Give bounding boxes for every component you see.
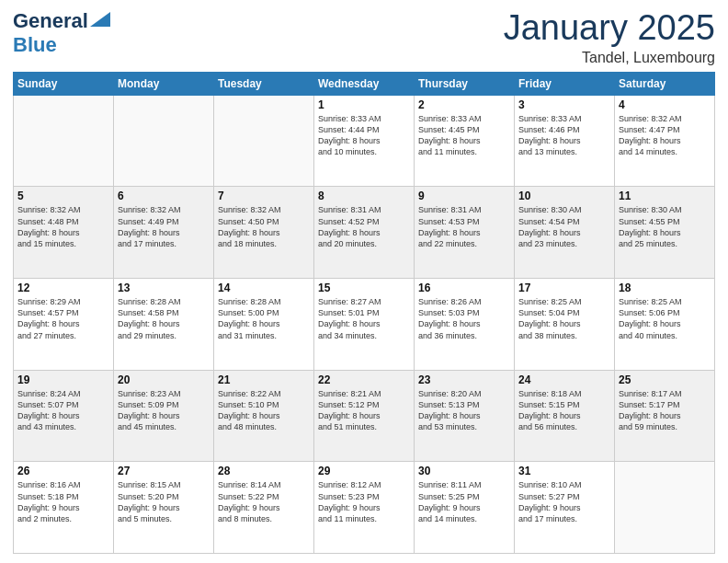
day-number: 30 xyxy=(418,465,510,477)
day-number: 23 xyxy=(418,373,510,386)
calendar-cell: 11Sunrise: 8:30 AM Sunset: 4:55 PM Dayli… xyxy=(615,187,715,279)
day-number: 27 xyxy=(118,465,210,477)
calendar-cell: 25Sunrise: 8:17 AM Sunset: 5:17 PM Dayli… xyxy=(615,370,715,462)
calendar-cell: 26Sunrise: 8:16 AM Sunset: 5:18 PM Dayli… xyxy=(14,462,114,554)
calendar-cell: 4Sunrise: 8:32 AM Sunset: 4:47 PM Daylig… xyxy=(615,95,715,187)
day-number: 24 xyxy=(518,373,610,386)
day-number: 7 xyxy=(218,190,310,202)
calendar-cell xyxy=(615,462,715,554)
header-monday: Monday xyxy=(114,72,214,95)
calendar-cell: 7Sunrise: 8:32 AM Sunset: 4:50 PM Daylig… xyxy=(214,187,314,279)
calendar-cell: 20Sunrise: 8:23 AM Sunset: 5:09 PM Dayli… xyxy=(114,370,214,462)
calendar-cell: 2Sunrise: 8:33 AM Sunset: 4:45 PM Daylig… xyxy=(415,95,515,187)
header-thursday: Thursday xyxy=(415,72,515,95)
calendar-cell: 28Sunrise: 8:14 AM Sunset: 5:22 PM Dayli… xyxy=(214,462,314,554)
day-info: Sunrise: 8:30 AM Sunset: 4:54 PM Dayligh… xyxy=(518,204,610,249)
day-info: Sunrise: 8:18 AM Sunset: 5:15 PM Dayligh… xyxy=(518,388,610,433)
calendar-cell: 9Sunrise: 8:31 AM Sunset: 4:53 PM Daylig… xyxy=(415,187,515,279)
svg-marker-0 xyxy=(90,12,110,27)
day-info: Sunrise: 8:21 AM Sunset: 5:12 PM Dayligh… xyxy=(318,388,410,433)
calendar-cell: 1Sunrise: 8:33 AM Sunset: 4:44 PM Daylig… xyxy=(314,95,415,187)
logo: General Blue xyxy=(13,9,110,57)
page: General Blue January 2025 Tandel, Luxemb… xyxy=(0,0,728,563)
day-number: 1 xyxy=(318,98,410,111)
day-number: 6 xyxy=(118,190,210,202)
day-info: Sunrise: 8:29 AM Sunset: 4:57 PM Dayligh… xyxy=(17,296,109,341)
day-number: 20 xyxy=(118,373,210,386)
calendar-cell: 18Sunrise: 8:25 AM Sunset: 5:06 PM Dayli… xyxy=(615,279,715,371)
header-friday: Friday xyxy=(515,72,615,95)
calendar-cell: 3Sunrise: 8:33 AM Sunset: 4:46 PM Daylig… xyxy=(515,95,615,187)
calendar-cell: 21Sunrise: 8:22 AM Sunset: 5:10 PM Dayli… xyxy=(214,370,314,462)
month-title: January 2025 xyxy=(504,9,715,48)
day-info: Sunrise: 8:27 AM Sunset: 5:01 PM Dayligh… xyxy=(318,296,410,341)
day-info: Sunrise: 8:22 AM Sunset: 5:10 PM Dayligh… xyxy=(218,388,310,433)
logo-icon xyxy=(90,12,110,27)
calendar-cell: 22Sunrise: 8:21 AM Sunset: 5:12 PM Dayli… xyxy=(314,370,415,462)
day-number: 18 xyxy=(619,282,711,294)
day-info: Sunrise: 8:23 AM Sunset: 5:09 PM Dayligh… xyxy=(118,388,210,433)
day-number: 17 xyxy=(518,282,610,294)
header: General Blue January 2025 Tandel, Luxemb… xyxy=(13,9,715,66)
calendar-cell: 12Sunrise: 8:29 AM Sunset: 4:57 PM Dayli… xyxy=(14,279,114,371)
calendar-table: Sunday Monday Tuesday Wednesday Thursday… xyxy=(13,72,715,554)
day-number: 5 xyxy=(17,190,109,202)
day-number: 29 xyxy=(318,465,410,477)
day-info: Sunrise: 8:16 AM Sunset: 5:18 PM Dayligh… xyxy=(17,479,109,524)
logo-blue: Blue xyxy=(13,33,57,56)
day-info: Sunrise: 8:28 AM Sunset: 4:58 PM Dayligh… xyxy=(118,296,210,341)
calendar-cell: 23Sunrise: 8:20 AM Sunset: 5:13 PM Dayli… xyxy=(415,370,515,462)
calendar-cell: 13Sunrise: 8:28 AM Sunset: 4:58 PM Dayli… xyxy=(114,279,214,371)
day-number: 9 xyxy=(418,190,510,202)
header-saturday: Saturday xyxy=(615,72,715,95)
day-info: Sunrise: 8:33 AM Sunset: 4:46 PM Dayligh… xyxy=(518,113,610,158)
calendar-cell: 16Sunrise: 8:26 AM Sunset: 5:03 PM Dayli… xyxy=(415,279,515,371)
day-info: Sunrise: 8:25 AM Sunset: 5:04 PM Dayligh… xyxy=(518,296,610,341)
calendar-cell xyxy=(214,95,314,187)
day-info: Sunrise: 8:33 AM Sunset: 4:44 PM Dayligh… xyxy=(318,113,410,158)
header-tuesday: Tuesday xyxy=(214,72,314,95)
day-info: Sunrise: 8:12 AM Sunset: 5:23 PM Dayligh… xyxy=(318,479,410,524)
day-info: Sunrise: 8:32 AM Sunset: 4:48 PM Dayligh… xyxy=(17,204,109,249)
day-info: Sunrise: 8:31 AM Sunset: 4:53 PM Dayligh… xyxy=(418,204,510,249)
day-info: Sunrise: 8:24 AM Sunset: 5:07 PM Dayligh… xyxy=(17,388,109,433)
day-info: Sunrise: 8:17 AM Sunset: 5:17 PM Dayligh… xyxy=(619,388,711,433)
calendar-week-row: 5Sunrise: 8:32 AM Sunset: 4:48 PM Daylig… xyxy=(14,187,715,279)
day-info: Sunrise: 8:30 AM Sunset: 4:55 PM Dayligh… xyxy=(619,204,711,249)
day-number: 11 xyxy=(619,190,711,202)
day-number: 22 xyxy=(318,373,410,386)
day-info: Sunrise: 8:26 AM Sunset: 5:03 PM Dayligh… xyxy=(418,296,510,341)
day-info: Sunrise: 8:32 AM Sunset: 4:47 PM Dayligh… xyxy=(619,113,711,158)
calendar-cell: 5Sunrise: 8:32 AM Sunset: 4:48 PM Daylig… xyxy=(14,187,114,279)
day-number: 12 xyxy=(17,282,109,294)
day-number: 4 xyxy=(619,98,711,111)
calendar-week-row: 1Sunrise: 8:33 AM Sunset: 4:44 PM Daylig… xyxy=(14,95,715,187)
location: Tandel, Luxembourg xyxy=(504,50,715,66)
day-info: Sunrise: 8:14 AM Sunset: 5:22 PM Dayligh… xyxy=(218,479,310,524)
day-info: Sunrise: 8:28 AM Sunset: 5:00 PM Dayligh… xyxy=(218,296,310,341)
calendar-week-row: 12Sunrise: 8:29 AM Sunset: 4:57 PM Dayli… xyxy=(14,279,715,371)
calendar-week-row: 26Sunrise: 8:16 AM Sunset: 5:18 PM Dayli… xyxy=(14,462,715,554)
calendar-cell: 24Sunrise: 8:18 AM Sunset: 5:15 PM Dayli… xyxy=(515,370,615,462)
day-info: Sunrise: 8:31 AM Sunset: 4:52 PM Dayligh… xyxy=(318,204,410,249)
calendar-cell: 31Sunrise: 8:10 AM Sunset: 5:27 PM Dayli… xyxy=(515,462,615,554)
day-info: Sunrise: 8:25 AM Sunset: 5:06 PM Dayligh… xyxy=(619,296,711,341)
day-number: 26 xyxy=(17,465,109,477)
day-number: 21 xyxy=(218,373,310,386)
calendar-week-row: 19Sunrise: 8:24 AM Sunset: 5:07 PM Dayli… xyxy=(14,370,715,462)
day-info: Sunrise: 8:20 AM Sunset: 5:13 PM Dayligh… xyxy=(418,388,510,433)
calendar-cell: 17Sunrise: 8:25 AM Sunset: 5:04 PM Dayli… xyxy=(515,279,615,371)
calendar-cell: 30Sunrise: 8:11 AM Sunset: 5:25 PM Dayli… xyxy=(415,462,515,554)
header-wednesday: Wednesday xyxy=(314,72,415,95)
header-sunday: Sunday xyxy=(14,72,114,95)
day-number: 2 xyxy=(418,98,510,111)
day-number: 15 xyxy=(318,282,410,294)
day-number: 10 xyxy=(518,190,610,202)
day-info: Sunrise: 8:10 AM Sunset: 5:27 PM Dayligh… xyxy=(518,479,610,524)
day-info: Sunrise: 8:32 AM Sunset: 4:49 PM Dayligh… xyxy=(118,204,210,249)
day-number: 14 xyxy=(218,282,310,294)
title-area: January 2025 Tandel, Luxembourg xyxy=(504,9,715,66)
calendar-cell xyxy=(114,95,214,187)
day-info: Sunrise: 8:33 AM Sunset: 4:45 PM Dayligh… xyxy=(418,113,510,158)
day-number: 8 xyxy=(318,190,410,202)
